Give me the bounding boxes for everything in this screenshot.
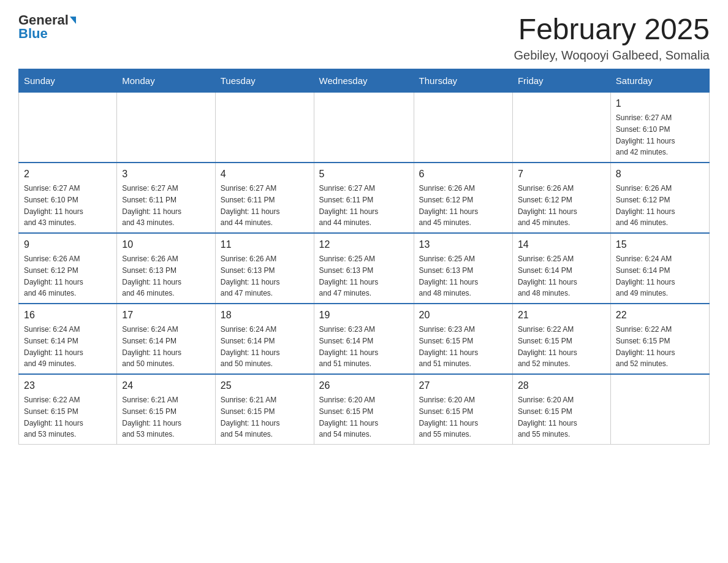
- day-number: 1: [616, 96, 704, 111]
- calendar-cell: 3Sunrise: 6:27 AM Sunset: 6:11 PM Daylig…: [117, 163, 216, 233]
- calendar-cell: 11Sunrise: 6:26 AM Sunset: 6:13 PM Dayli…: [215, 233, 314, 304]
- calendar-cell: 23Sunrise: 6:22 AM Sunset: 6:15 PM Dayli…: [19, 374, 117, 445]
- day-info: Sunrise: 6:20 AM Sunset: 6:15 PM Dayligh…: [419, 396, 479, 439]
- day-number: 22: [616, 308, 704, 323]
- calendar-cell: 4Sunrise: 6:27 AM Sunset: 6:11 PM Daylig…: [215, 163, 314, 233]
- calendar-cell: 22Sunrise: 6:22 AM Sunset: 6:15 PM Dayli…: [610, 304, 709, 374]
- day-info: Sunrise: 6:25 AM Sunset: 6:13 PM Dayligh…: [419, 255, 479, 297]
- day-number: 9: [24, 237, 112, 252]
- day-info: Sunrise: 6:20 AM Sunset: 6:15 PM Dayligh…: [518, 396, 577, 439]
- day-info: Sunrise: 6:22 AM Sunset: 6:15 PM Dayligh…: [616, 325, 675, 368]
- day-info: Sunrise: 6:26 AM Sunset: 6:12 PM Dayligh…: [24, 255, 83, 297]
- calendar-cell: [414, 93, 512, 163]
- day-number: 21: [518, 308, 605, 323]
- day-number: 14: [518, 237, 605, 252]
- calendar-cell: [117, 93, 216, 163]
- day-number: 11: [221, 237, 309, 252]
- day-number: 3: [122, 167, 210, 182]
- calendar-cell: 28Sunrise: 6:20 AM Sunset: 6:15 PM Dayli…: [512, 374, 610, 445]
- day-info: Sunrise: 6:25 AM Sunset: 6:13 PM Dayligh…: [319, 255, 379, 297]
- calendar-subtitle: Gebiley, Woqooyi Galbeed, Somalia: [514, 48, 710, 63]
- day-info: Sunrise: 6:21 AM Sunset: 6:15 PM Dayligh…: [122, 396, 181, 439]
- calendar-cell: [314, 93, 414, 163]
- calendar-cell: [215, 93, 314, 163]
- day-info: Sunrise: 6:20 AM Sunset: 6:15 PM Dayligh…: [319, 396, 379, 439]
- day-number: 19: [319, 308, 409, 323]
- day-info: Sunrise: 6:24 AM Sunset: 6:14 PM Dayligh…: [24, 325, 83, 368]
- day-info: Sunrise: 6:27 AM Sunset: 6:10 PM Dayligh…: [24, 184, 83, 227]
- calendar-cell: 12Sunrise: 6:25 AM Sunset: 6:13 PM Dayli…: [314, 233, 414, 304]
- day-info: Sunrise: 6:22 AM Sunset: 6:15 PM Dayligh…: [518, 325, 577, 368]
- calendar-cell: 24Sunrise: 6:21 AM Sunset: 6:15 PM Dayli…: [117, 374, 216, 445]
- day-number: 26: [319, 378, 409, 393]
- calendar-week-row: 1Sunrise: 6:27 AM Sunset: 6:10 PM Daylig…: [19, 93, 710, 163]
- logo: General Blue: [18, 12, 76, 42]
- calendar-title: February 2025: [514, 12, 710, 46]
- calendar-cell: 2Sunrise: 6:27 AM Sunset: 6:10 PM Daylig…: [19, 163, 117, 233]
- calendar-table: SundayMondayTuesdayWednesdayThursdayFrid…: [18, 69, 710, 445]
- day-info: Sunrise: 6:26 AM Sunset: 6:13 PM Dayligh…: [221, 255, 280, 297]
- day-info: Sunrise: 6:26 AM Sunset: 6:12 PM Dayligh…: [518, 184, 577, 227]
- day-number: 12: [319, 237, 409, 252]
- calendar-week-row: 16Sunrise: 6:24 AM Sunset: 6:14 PM Dayli…: [19, 304, 710, 374]
- weekday-header-monday: Monday: [117, 69, 216, 93]
- calendar-cell: 26Sunrise: 6:20 AM Sunset: 6:15 PM Dayli…: [314, 374, 414, 445]
- day-info: Sunrise: 6:24 AM Sunset: 6:14 PM Dayligh…: [122, 325, 181, 368]
- calendar-cell: 1Sunrise: 6:27 AM Sunset: 6:10 PM Daylig…: [610, 93, 709, 163]
- day-info: Sunrise: 6:24 AM Sunset: 6:14 PM Dayligh…: [221, 325, 280, 368]
- day-number: 6: [419, 167, 507, 182]
- day-number: 23: [24, 378, 112, 393]
- logo-arrow-icon: [70, 17, 76, 24]
- calendar-cell: 7Sunrise: 6:26 AM Sunset: 6:12 PM Daylig…: [512, 163, 610, 233]
- calendar-cell: [512, 93, 610, 163]
- calendar-cell: 9Sunrise: 6:26 AM Sunset: 6:12 PM Daylig…: [19, 233, 117, 304]
- day-number: 16: [24, 308, 112, 323]
- day-number: 2: [24, 167, 112, 182]
- logo-blue: Blue: [18, 26, 48, 42]
- day-number: 27: [419, 378, 507, 393]
- calendar-cell: 13Sunrise: 6:25 AM Sunset: 6:13 PM Dayli…: [414, 233, 512, 304]
- calendar-cell: 10Sunrise: 6:26 AM Sunset: 6:13 PM Dayli…: [117, 233, 216, 304]
- day-info: Sunrise: 6:22 AM Sunset: 6:15 PM Dayligh…: [24, 396, 83, 439]
- calendar-cell: 25Sunrise: 6:21 AM Sunset: 6:15 PM Dayli…: [215, 374, 314, 445]
- calendar-cell: 8Sunrise: 6:26 AM Sunset: 6:12 PM Daylig…: [610, 163, 709, 233]
- day-number: 28: [518, 378, 605, 393]
- page-header: General Blue February 2025 Gebiley, Woqo…: [18, 12, 710, 63]
- calendar-cell: 18Sunrise: 6:24 AM Sunset: 6:14 PM Dayli…: [215, 304, 314, 374]
- weekday-header-row: SundayMondayTuesdayWednesdayThursdayFrid…: [19, 69, 710, 93]
- calendar-cell: 27Sunrise: 6:20 AM Sunset: 6:15 PM Dayli…: [414, 374, 512, 445]
- day-info: Sunrise: 6:25 AM Sunset: 6:14 PM Dayligh…: [518, 255, 577, 297]
- day-number: 15: [616, 237, 704, 252]
- day-number: 17: [122, 308, 210, 323]
- calendar-cell: [610, 374, 709, 445]
- calendar-week-row: 9Sunrise: 6:26 AM Sunset: 6:12 PM Daylig…: [19, 233, 710, 304]
- day-number: 25: [221, 378, 309, 393]
- day-info: Sunrise: 6:21 AM Sunset: 6:15 PM Dayligh…: [221, 396, 280, 439]
- day-info: Sunrise: 6:23 AM Sunset: 6:14 PM Dayligh…: [319, 325, 379, 368]
- weekday-header-friday: Friday: [512, 69, 610, 93]
- calendar-cell: 21Sunrise: 6:22 AM Sunset: 6:15 PM Dayli…: [512, 304, 610, 374]
- day-number: 18: [221, 308, 309, 323]
- day-info: Sunrise: 6:27 AM Sunset: 6:11 PM Dayligh…: [122, 184, 181, 227]
- calendar-cell: 16Sunrise: 6:24 AM Sunset: 6:14 PM Dayli…: [19, 304, 117, 374]
- day-info: Sunrise: 6:27 AM Sunset: 6:11 PM Dayligh…: [319, 184, 379, 227]
- title-block: February 2025 Gebiley, Woqooyi Galbeed, …: [514, 12, 710, 63]
- calendar-cell: 14Sunrise: 6:25 AM Sunset: 6:14 PM Dayli…: [512, 233, 610, 304]
- weekday-header-sunday: Sunday: [19, 69, 117, 93]
- day-number: 4: [221, 167, 309, 182]
- calendar-cell: 6Sunrise: 6:26 AM Sunset: 6:12 PM Daylig…: [414, 163, 512, 233]
- calendar-cell: 15Sunrise: 6:24 AM Sunset: 6:14 PM Dayli…: [610, 233, 709, 304]
- day-number: 5: [319, 167, 409, 182]
- calendar-cell: [19, 93, 117, 163]
- day-info: Sunrise: 6:26 AM Sunset: 6:13 PM Dayligh…: [122, 255, 181, 297]
- day-number: 13: [419, 237, 507, 252]
- calendar-cell: 19Sunrise: 6:23 AM Sunset: 6:14 PM Dayli…: [314, 304, 414, 374]
- weekday-header-tuesday: Tuesday: [215, 69, 314, 93]
- day-number: 7: [518, 167, 605, 182]
- calendar-week-row: 2Sunrise: 6:27 AM Sunset: 6:10 PM Daylig…: [19, 163, 710, 233]
- calendar-cell: 5Sunrise: 6:27 AM Sunset: 6:11 PM Daylig…: [314, 163, 414, 233]
- day-info: Sunrise: 6:23 AM Sunset: 6:15 PM Dayligh…: [419, 325, 479, 368]
- weekday-header-wednesday: Wednesday: [314, 69, 414, 93]
- day-info: Sunrise: 6:27 AM Sunset: 6:10 PM Dayligh…: [616, 113, 675, 156]
- day-info: Sunrise: 6:26 AM Sunset: 6:12 PM Dayligh…: [419, 184, 479, 227]
